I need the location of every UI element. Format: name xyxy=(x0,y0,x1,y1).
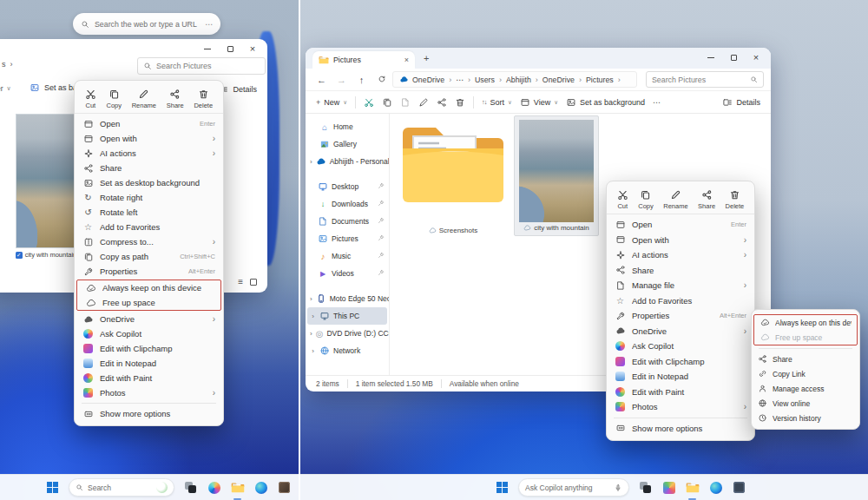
cut-button[interactable] xyxy=(364,97,374,108)
menu-item-share[interactable]: Share xyxy=(75,161,223,175)
refresh-icon[interactable] xyxy=(372,75,391,85)
rename-button[interactable]: Rename xyxy=(132,89,156,109)
sidebar-item-desktop[interactable]: Desktop xyxy=(307,178,387,195)
menu-item-show-more-options[interactable]: Show more options xyxy=(607,421,754,437)
copilot-search[interactable]: Ask Copilot anything xyxy=(518,478,629,497)
file-explorer-button[interactable] xyxy=(230,480,245,495)
taskbar-search[interactable]: Search xyxy=(69,478,174,497)
photos-button[interactable] xyxy=(661,480,676,495)
cut-button[interactable]: Cut xyxy=(85,89,96,109)
paste-button[interactable] xyxy=(400,97,411,108)
sidebar-item-pictures[interactable]: Pictures xyxy=(307,230,387,247)
share-button[interactable] xyxy=(437,97,447,108)
menu-item-properties[interactable]: PropertiesAlt+Enter xyxy=(75,264,223,279)
breadcrumb-onedrive[interactable]: OneDrive xyxy=(412,76,444,84)
submenu-item-version-history[interactable]: Version history xyxy=(752,411,859,425)
menu-item-rotate-right[interactable]: ↻Rotate right xyxy=(75,190,223,205)
close-button[interactable]: × xyxy=(748,51,764,63)
menu-item-always-keep-on-this-device[interactable]: Always keep on this device xyxy=(77,280,220,295)
menu-item-copy-as-path[interactable]: Copy as pathCtrl+Shift+C xyxy=(75,249,223,264)
menu-item-edit-with-clipchamp[interactable]: Edit with Clipchamp xyxy=(75,341,223,356)
menu-item-properties[interactable]: PropertiesAlt+Enter xyxy=(607,308,754,324)
more-icon[interactable]: ⋯ xyxy=(205,20,213,29)
new-tab-button[interactable]: + xyxy=(424,53,429,63)
task-view-button[interactable] xyxy=(638,480,653,495)
sidebar-item-this-pc[interactable]: ›This PC xyxy=(307,307,387,325)
menu-item-onedrive[interactable]: OneDrive› xyxy=(607,324,754,339)
tab-close-icon[interactable]: × xyxy=(404,56,409,64)
sidebar-item-videos[interactable]: ▶Videos xyxy=(307,265,387,282)
app-button[interactable] xyxy=(277,480,292,495)
rename-button[interactable]: Rename xyxy=(663,189,687,210)
details-button[interactable]: Details xyxy=(722,97,760,108)
breadcrumb-ellipsis[interactable]: ⋯ xyxy=(456,76,464,84)
breadcrumb-pictures[interactable]: Pictures xyxy=(586,76,614,84)
menu-item-open-with[interactable]: Open with› xyxy=(607,233,754,248)
edge-button[interactable] xyxy=(253,480,268,495)
task-view-button[interactable] xyxy=(183,480,198,495)
menu-item-edit-with-paint[interactable]: Edit with Paint xyxy=(607,385,754,400)
details-button[interactable]: Details xyxy=(218,84,257,95)
breadcrumb-users[interactable]: Users xyxy=(475,76,495,84)
new-button[interactable]: +New∨ xyxy=(316,98,347,107)
submenu-item-always-keep-on-this-device[interactable]: Always keep on this device xyxy=(754,315,857,330)
cut-button[interactable]: Cut xyxy=(617,189,628,210)
menu-item-share[interactable]: Share xyxy=(607,263,754,279)
breadcrumb-onedrive2[interactable]: OneDrive xyxy=(542,76,575,84)
search-input[interactable]: Search Pictures xyxy=(137,57,266,75)
list-view-icon[interactable]: ≡ xyxy=(238,277,243,286)
menu-item-ask-copilot[interactable]: Ask Copilot xyxy=(607,339,754,354)
sidebar-item-onedrive-personal[interactable]: ›Abhijith - Personal xyxy=(307,153,387,170)
minimize-button[interactable] xyxy=(703,51,719,63)
menu-item-photos[interactable]: Photos› xyxy=(607,399,754,415)
menu-item-open[interactable]: OpenEnter xyxy=(75,116,223,131)
menu-item-add-to-favorites[interactable]: ☆Add to Favorites xyxy=(607,293,754,309)
file-explorer-button[interactable] xyxy=(685,480,700,495)
back-icon[interactable]: ← xyxy=(312,75,331,85)
delete-button[interactable] xyxy=(455,97,465,108)
start-button[interactable] xyxy=(495,480,510,495)
menu-item-compress-to[interactable]: Compress to...› xyxy=(75,234,223,249)
tab-pictures[interactable]: Pictures × xyxy=(312,51,415,69)
up-icon[interactable]: ↑ xyxy=(352,75,371,85)
menu-item-open-with[interactable]: Open with› xyxy=(75,131,223,146)
sidebar-item-dvd-drive[interactable]: ›◎DVD Drive (D:) CCC xyxy=(307,325,387,342)
breadcrumb-abhijith[interactable]: Abhijith xyxy=(506,76,531,84)
app-button[interactable] xyxy=(732,480,746,495)
menu-item-edit-with-clipchamp[interactable]: Edit with Clipchamp xyxy=(607,354,754,370)
sidebar-item-downloads[interactable]: ↓Downloads xyxy=(307,195,387,213)
maximize-button[interactable] xyxy=(726,51,741,63)
submenu-item-view-online[interactable]: View online xyxy=(752,396,859,411)
delete-button[interactable]: Delete xyxy=(726,189,745,210)
search-input[interactable]: Search Pictures xyxy=(646,71,764,88)
file-tile-city-with-mountain[interactable]: city with mountain xyxy=(514,115,599,236)
menu-item-edit-with-paint[interactable]: Edit with Paint xyxy=(75,371,223,385)
share-button[interactable]: Share xyxy=(698,189,715,210)
sidebar-item-moto-edge[interactable]: ›Moto Edge 50 Neo xyxy=(307,290,387,307)
more-icon[interactable]: ⋯ xyxy=(653,98,661,107)
submenu-item-manage-access[interactable]: Manage access xyxy=(752,381,859,396)
rename-button[interactable] xyxy=(418,97,429,108)
menu-item-open[interactable]: OpenEnter xyxy=(607,217,754,233)
menu-item-photos[interactable]: Photos› xyxy=(75,385,223,400)
menu-item-rotate-left[interactable]: ↺Rotate left xyxy=(75,205,223,220)
menu-item-set-as-desktop-background[interactable]: Set as desktop background xyxy=(75,175,223,190)
expander-icon[interactable]: › xyxy=(310,158,312,166)
grid-view-icon[interactable] xyxy=(250,279,257,286)
breadcrumb[interactable]: OneDrive› ⋯› Users› Abhijith› OneDrive› … xyxy=(392,71,637,88)
sidebar-item-documents[interactable]: Documents xyxy=(307,213,387,230)
menu-item-free-up-space[interactable]: Free up space xyxy=(77,295,220,310)
set-as-background-button[interactable]: Set as background xyxy=(566,97,645,108)
edge-button[interactable] xyxy=(708,480,723,495)
menu-item-show-more-options[interactable]: Show more options xyxy=(75,406,223,421)
copy-button[interactable]: Copy xyxy=(638,189,654,210)
sidebar-item-gallery[interactable]: Gallery xyxy=(307,135,387,153)
menu-item-edit-in-notepad[interactable]: Edit in Notepad xyxy=(75,356,223,371)
copy-button[interactable] xyxy=(382,97,392,108)
forward-icon[interactable]: → xyxy=(332,75,351,85)
start-button[interactable] xyxy=(45,480,60,495)
sidebar-item-home[interactable]: ⌂Home xyxy=(307,118,387,135)
checkbox-checked-icon[interactable]: ✓ xyxy=(16,252,23,259)
menu-item-add-to-favorites[interactable]: ☆Add to Favorites xyxy=(75,220,223,234)
sidebar-item-music[interactable]: ♪Music xyxy=(307,247,387,265)
